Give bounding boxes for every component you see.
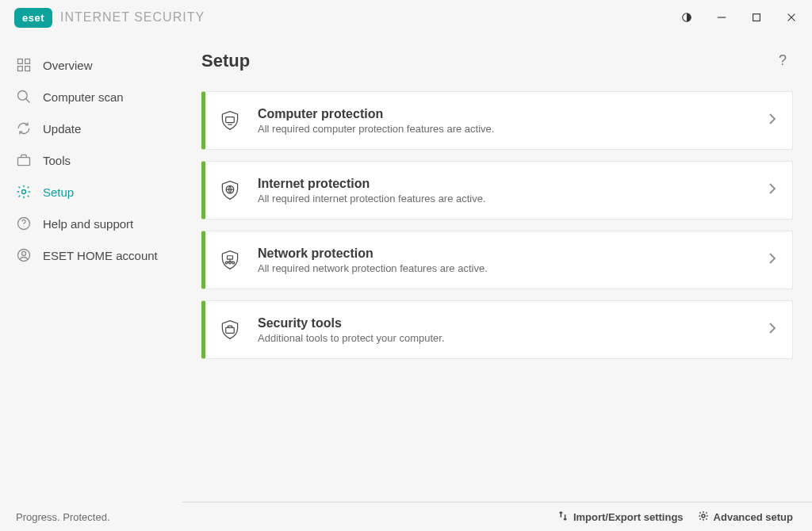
gear-icon — [698, 510, 709, 524]
page-title: Setup — [201, 51, 250, 71]
card-subtitle: Additional tools to protect your compute… — [258, 332, 768, 344]
tagline: Progress. Protected. — [16, 511, 110, 523]
svg-rect-5 — [18, 59, 23, 64]
sidebar-item-label: Tools — [43, 154, 71, 167]
import-export-label: Import/Export settings — [573, 511, 684, 523]
svg-rect-27 — [226, 327, 235, 333]
maximize-button[interactable] — [739, 5, 774, 30]
sidebar-item-label: Overview — [43, 59, 93, 72]
sidebar-item-setup[interactable]: Setup — [0, 176, 182, 208]
page-help-button[interactable]: ? — [772, 49, 793, 72]
divider — [182, 502, 812, 502]
close-button[interactable] — [774, 5, 809, 30]
svg-rect-21 — [228, 256, 233, 259]
sidebar-item-label: Update — [43, 122, 81, 136]
card-internet-protection[interactable]: Internet protection All required interne… — [201, 161, 793, 220]
shield-network-icon — [218, 248, 242, 272]
main-content: Setup ? Computer protection All required… — [182, 35, 812, 502]
advanced-setup-button[interactable]: Advanced setup — [698, 510, 793, 524]
tools-icon — [16, 152, 32, 168]
svg-rect-6 — [25, 59, 30, 64]
sidebar-item-label: Help and support — [43, 217, 133, 231]
card-security-tools[interactable]: Security tools Additional tools to prote… — [201, 300, 793, 359]
shield-monitor-icon — [218, 109, 242, 132]
sidebar-item-update[interactable]: Update — [0, 113, 182, 144]
account-icon — [16, 247, 32, 263]
card-computer-protection[interactable]: Computer protection All required compute… — [201, 91, 793, 150]
chevron-right-icon — [768, 252, 776, 268]
update-icon — [16, 120, 32, 136]
svg-rect-8 — [25, 67, 30, 71]
sidebar-item-tools[interactable]: Tools — [0, 144, 182, 176]
svg-point-16 — [22, 251, 26, 255]
gear-icon — [16, 184, 32, 200]
contrast-icon[interactable] — [669, 5, 704, 30]
card-network-protection[interactable]: Network protection All required network … — [201, 231, 793, 289]
card-subtitle: All required network protection features… — [258, 262, 768, 274]
product-name: INTERNET SECURITY — [60, 10, 205, 25]
chevron-right-icon — [768, 322, 776, 338]
brand-logo: eset — [14, 8, 52, 28]
svg-line-10 — [26, 99, 30, 103]
card-title: Internet protection — [258, 177, 768, 191]
sidebar-item-label: Setup — [43, 185, 74, 199]
import-export-button[interactable]: Import/Export settings — [557, 510, 684, 524]
card-title: Computer protection — [258, 107, 768, 121]
sidebar-item-computer-scan[interactable]: Computer scan — [0, 81, 182, 113]
shield-globe-icon — [218, 178, 242, 202]
sidebar-item-label: Computer scan — [43, 90, 124, 104]
sidebar-item-overview[interactable]: Overview — [0, 49, 182, 81]
help-icon — [16, 216, 32, 231]
card-subtitle: All required computer protection feature… — [258, 123, 768, 135]
sidebar-item-account[interactable]: ESET HOME account — [0, 239, 182, 271]
chevron-right-icon — [768, 113, 776, 128]
sidebar: Overview Computer scan Update Tools Setu — [0, 35, 182, 502]
svg-rect-2 — [753, 14, 760, 21]
magnify-icon — [16, 89, 32, 105]
minimize-button[interactable] — [704, 5, 739, 30]
card-title: Security tools — [258, 316, 768, 330]
import-export-icon — [557, 510, 569, 524]
svg-point-9 — [18, 91, 28, 101]
svg-rect-7 — [18, 67, 23, 71]
svg-point-12 — [22, 190, 26, 194]
window-controls — [669, 5, 809, 30]
svg-rect-17 — [226, 117, 235, 123]
svg-rect-11 — [18, 158, 30, 166]
card-title: Network protection — [258, 246, 768, 261]
svg-point-28 — [702, 514, 705, 518]
shield-briefcase-icon — [218, 318, 242, 342]
titlebar: eset INTERNET SECURITY — [0, 0, 812, 35]
overview-icon — [16, 57, 32, 73]
sidebar-item-help[interactable]: Help and support — [0, 208, 182, 239]
svg-point-14 — [24, 226, 25, 227]
chevron-right-icon — [768, 182, 776, 198]
sidebar-item-label: ESET HOME account — [43, 249, 158, 262]
card-subtitle: All required internet protection feature… — [258, 193, 768, 204]
advanced-setup-label: Advanced setup — [714, 511, 793, 523]
footer: Progress. Protected. Import/Export setti… — [0, 502, 812, 531]
